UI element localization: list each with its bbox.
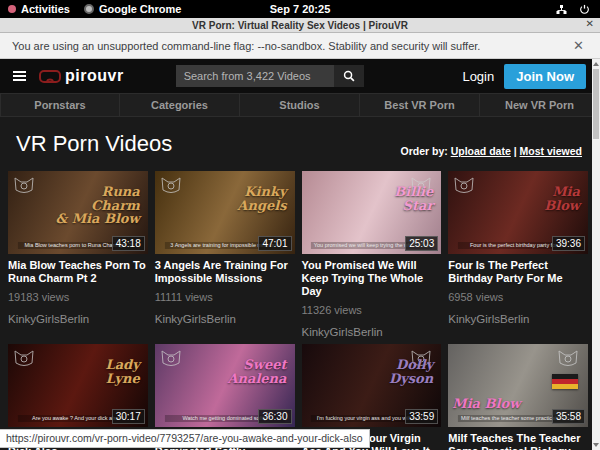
video-title[interactable]: You Promised We Will Keep Trying The Who… — [302, 259, 442, 298]
menu-hamburger-icon[interactable] — [10, 68, 29, 84]
scrollbar-thumb[interactable] — [593, 69, 599, 139]
thumbnail-overlay-name: Sweet Analena — [227, 358, 286, 385]
video-title[interactable]: Four Is The Perfect Birthday Party For M… — [448, 259, 588, 285]
video-thumbnail[interactable]: Dolly Dyson I'm fucking your virgin ass … — [302, 344, 442, 427]
chrome-icon — [84, 4, 94, 14]
search-bar — [176, 65, 364, 87]
network-icon[interactable] — [556, 4, 567, 15]
vertical-scrollbar[interactable] — [592, 59, 600, 450]
scrollbar-down-icon[interactable] — [593, 443, 599, 447]
thumbnail-overlay-name: Mia Blow — [452, 397, 520, 411]
search-button[interactable] — [334, 65, 364, 87]
nav-pornstars[interactable]: Pornstars — [0, 93, 120, 117]
studio-logo-icon — [453, 175, 475, 197]
site-logo-text: pirouvr — [65, 67, 124, 85]
search-icon — [343, 70, 355, 82]
video-title[interactable]: 3 Angels Are Training For Impossible Mis… — [155, 259, 295, 285]
studio-logo-icon — [557, 348, 579, 370]
video-views: 6958 views — [448, 291, 588, 303]
thumbnail-overlay-name: Billie Star — [394, 185, 433, 212]
power-icon[interactable] — [579, 4, 590, 15]
video-card[interactable]: Kinky Angels 3 Angels are training for i… — [155, 171, 295, 338]
clock[interactable]: Sep 7 20:25 — [270, 3, 331, 15]
video-card[interactable]: Mia Blow Four is the perfect birthday pa… — [448, 171, 588, 338]
video-card[interactable]: Runa Charm & Mia Blow Mia Blow teaches p… — [8, 171, 148, 338]
video-studio-link[interactable]: KinkyGirlsBerlin — [155, 313, 295, 325]
thumbnail-overlay-name: Lady Lyne — [106, 358, 140, 385]
thumbnail-overlay-name: Mia Blow — [544, 185, 580, 212]
chrome-warning-bar: You are using an unsupported command-lin… — [0, 33, 600, 59]
duration-badge: 47:01 — [258, 236, 291, 251]
app-menu-label: Google Chrome — [99, 3, 182, 15]
scrollbar-up-icon[interactable] — [593, 62, 599, 66]
video-views: 11326 views — [302, 304, 442, 316]
site-header: pirouvr Login Join Now — [0, 59, 600, 93]
studio-logo-icon — [160, 348, 182, 370]
warning-message: You are using an unsupported command-lin… — [12, 40, 480, 52]
thumbnail-overlay-name: Kinky Angels — [237, 185, 286, 212]
main-nav: Pornstars Categories Studios Best VR Por… — [0, 93, 600, 117]
order-by-label: Order by: — [400, 145, 447, 157]
warning-close-icon[interactable]: ✕ — [569, 38, 588, 53]
video-thumbnail[interactable]: Lady Lyne Are you awake ? And your dick … — [8, 344, 148, 427]
site-logo[interactable]: pirouvr — [39, 67, 124, 85]
video-title[interactable]: Milf Teaches The Teacher Some Practical … — [448, 432, 588, 450]
window-title: VR Porn: Virtual Reality Sex Videos | Pi… — [0, 20, 600, 31]
video-thumbnail[interactable]: Mia Blow Milf teaches the teacher some p… — [448, 344, 588, 427]
nav-categories[interactable]: Categories — [120, 93, 240, 117]
video-studio-link[interactable]: KinkyGirlsBerlin — [8, 313, 148, 325]
login-link[interactable]: Login — [462, 69, 494, 84]
window-close-icon[interactable]: ✕ — [586, 18, 594, 29]
duration-badge: 43:18 — [112, 236, 145, 251]
video-card[interactable]: Billie Star You promised we will keep tr… — [302, 171, 442, 338]
video-grid: Runa Charm & Mia Blow Mia Blow teaches p… — [0, 169, 600, 450]
nav-best-vr-porn[interactable]: Best VR Porn — [360, 93, 480, 117]
video-thumbnail[interactable]: Runa Charm & Mia Blow Mia Blow teaches p… — [8, 171, 148, 254]
activities-label: Activities — [21, 3, 70, 15]
order-most-viewed-link[interactable]: Most viewed — [520, 145, 582, 157]
video-thumbnail[interactable]: Mia Blow Four is the perfect birthday pa… — [448, 171, 588, 254]
join-now-button[interactable]: Join Now — [504, 64, 586, 89]
duration-badge: 33:59 — [405, 409, 438, 424]
order-upload-date-link[interactable]: Upload date — [451, 145, 511, 157]
duration-badge: 30:17 — [112, 409, 145, 424]
order-separator: | — [514, 145, 517, 157]
status-bar-url: https://pirouvr.com/vr-porn-video/779325… — [0, 429, 370, 448]
studio-logo-icon — [13, 175, 35, 197]
system-top-bar: Activities Google Chrome Sep 7 20:25 — [0, 0, 600, 18]
browser-viewport: pirouvr Login Join Now Pornstars Categor… — [0, 59, 600, 450]
duration-badge: 25:03 — [405, 236, 438, 251]
studio-logo-icon — [13, 348, 35, 370]
video-studio-link[interactable]: KinkyGirlsBerlin — [302, 326, 442, 338]
duration-badge: 35:58 — [552, 409, 585, 424]
duration-badge: 36:30 — [258, 409, 291, 424]
app-menu-button[interactable]: Google Chrome — [84, 3, 182, 15]
thumbnail-overlay-name: Dolly Dyson — [389, 358, 433, 385]
duration-badge: 39:36 — [552, 236, 585, 251]
video-thumbnail[interactable]: Sweet Analena Watch me getting dominated… — [155, 344, 295, 427]
german-flag-icon — [552, 374, 578, 389]
nav-studios[interactable]: Studios — [240, 93, 360, 117]
window-titlebar[interactable]: VR Porn: Virtual Reality Sex Videos | Pi… — [0, 18, 600, 33]
recording-indicator-icon — [8, 5, 16, 13]
nav-new-vr-porn[interactable]: New VR Porn — [480, 93, 600, 117]
video-card[interactable]: Mia Blow Milf teaches the teacher some p… — [448, 344, 588, 450]
video-views: 19183 views — [8, 291, 148, 303]
video-views: 11111 views — [155, 291, 295, 303]
vr-goggles-icon — [39, 70, 61, 83]
activities-button[interactable]: Activities — [8, 3, 70, 15]
video-studio-link[interactable]: KinkyGirlsBerlin — [448, 313, 588, 325]
search-input[interactable] — [176, 65, 334, 87]
video-thumbnail[interactable]: Kinky Angels 3 Angels are training for i… — [155, 171, 295, 254]
studio-logo-icon — [160, 175, 182, 197]
order-by: Order by: Upload date | Most viewed — [400, 145, 582, 157]
video-title[interactable]: Mia Blow Teaches Porn To Runa Charm Pt 2 — [8, 259, 148, 285]
video-thumbnail[interactable]: Billie Star You promised we will keep tr… — [302, 171, 442, 254]
page-title: VR Porn Videos — [16, 131, 172, 157]
thumbnail-overlay-name: Runa Charm & Mia Blow — [55, 185, 139, 226]
